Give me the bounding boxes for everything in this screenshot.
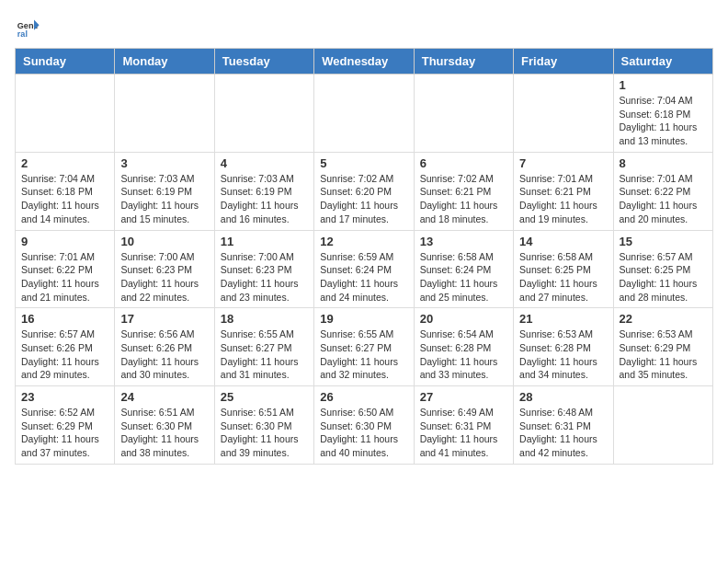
day-number: 27 bbox=[420, 390, 507, 404]
day-info: Sunrise: 6:52 AM Sunset: 6:29 PM Dayligh… bbox=[21, 406, 108, 460]
day-number: 20 bbox=[420, 312, 507, 326]
calendar-day-cell bbox=[514, 75, 613, 153]
day-number: 14 bbox=[519, 235, 607, 248]
calendar-day-cell: 6Sunrise: 7:02 AM Sunset: 6:21 PM Daylig… bbox=[414, 152, 513, 230]
calendar-day-cell bbox=[214, 75, 313, 153]
calendar-day-cell: 18Sunrise: 6:55 AM Sunset: 6:27 PM Dayli… bbox=[214, 308, 313, 386]
day-info: Sunrise: 6:58 AM Sunset: 6:24 PM Dayligh… bbox=[420, 250, 507, 304]
calendar-week-row: 16Sunrise: 6:57 AM Sunset: 6:26 PM Dayli… bbox=[16, 308, 713, 386]
calendar-day-cell: 2Sunrise: 7:04 AM Sunset: 6:18 PM Daylig… bbox=[16, 152, 115, 230]
day-info: Sunrise: 7:04 AM Sunset: 6:18 PM Dayligh… bbox=[21, 172, 108, 226]
calendar-day-cell: 3Sunrise: 7:03 AM Sunset: 6:19 PM Daylig… bbox=[115, 152, 214, 230]
calendar-day-cell: 27Sunrise: 6:49 AM Sunset: 6:31 PM Dayli… bbox=[414, 386, 513, 465]
calendar-day-cell: 21Sunrise: 6:53 AM Sunset: 6:28 PM Dayli… bbox=[514, 308, 613, 386]
calendar-day-cell: 8Sunrise: 7:01 AM Sunset: 6:22 PM Daylig… bbox=[613, 152, 712, 230]
day-info: Sunrise: 7:01 AM Sunset: 6:21 PM Dayligh… bbox=[519, 172, 607, 226]
day-of-week-header: Sunday bbox=[16, 49, 115, 75]
day-number: 15 bbox=[620, 235, 707, 248]
day-info: Sunrise: 6:50 AM Sunset: 6:30 PM Dayligh… bbox=[320, 406, 407, 460]
day-number: 3 bbox=[120, 156, 208, 170]
calendar-day-cell: 25Sunrise: 6:51 AM Sunset: 6:30 PM Dayli… bbox=[214, 386, 313, 465]
calendar-table: SundayMondayTuesdayWednesdayThursdayFrid… bbox=[15, 48, 713, 465]
calendar-day-cell: 28Sunrise: 6:48 AM Sunset: 6:31 PM Dayli… bbox=[514, 386, 613, 465]
day-number: 8 bbox=[620, 156, 707, 170]
calendar-week-row: 23Sunrise: 6:52 AM Sunset: 6:29 PM Dayli… bbox=[16, 386, 713, 465]
day-number: 2 bbox=[21, 156, 108, 170]
day-number: 10 bbox=[120, 235, 208, 248]
calendar-day-cell bbox=[613, 386, 712, 465]
day-info: Sunrise: 6:48 AM Sunset: 6:31 PM Dayligh… bbox=[519, 406, 607, 460]
day-number: 24 bbox=[120, 390, 208, 404]
calendar-day-cell: 5Sunrise: 7:02 AM Sunset: 6:20 PM Daylig… bbox=[314, 152, 414, 230]
calendar-day-cell: 26Sunrise: 6:50 AM Sunset: 6:30 PM Dayli… bbox=[314, 386, 414, 465]
day-info: Sunrise: 7:03 AM Sunset: 6:19 PM Dayligh… bbox=[120, 172, 208, 226]
calendar-day-cell: 15Sunrise: 6:57 AM Sunset: 6:25 PM Dayli… bbox=[613, 230, 712, 308]
day-info: Sunrise: 6:57 AM Sunset: 6:26 PM Dayligh… bbox=[21, 327, 108, 382]
calendar-day-cell: 23Sunrise: 6:52 AM Sunset: 6:29 PM Dayli… bbox=[16, 386, 115, 465]
day-number: 6 bbox=[420, 156, 507, 170]
day-number: 11 bbox=[221, 235, 308, 248]
day-info: Sunrise: 7:01 AM Sunset: 6:22 PM Dayligh… bbox=[21, 250, 108, 304]
day-number: 4 bbox=[221, 156, 308, 170]
logo-icon: Gene ral bbox=[15, 15, 40, 40]
day-info: Sunrise: 6:55 AM Sunset: 6:27 PM Dayligh… bbox=[320, 327, 407, 382]
calendar-day-cell: 19Sunrise: 6:55 AM Sunset: 6:27 PM Dayli… bbox=[314, 308, 414, 386]
day-number: 26 bbox=[320, 390, 407, 404]
calendar-day-cell bbox=[314, 75, 414, 153]
day-number: 19 bbox=[320, 312, 407, 326]
day-of-week-header: Saturday bbox=[613, 49, 712, 75]
day-number: 23 bbox=[21, 390, 108, 404]
calendar-day-cell: 9Sunrise: 7:01 AM Sunset: 6:22 PM Daylig… bbox=[16, 230, 115, 308]
day-info: Sunrise: 7:00 AM Sunset: 6:23 PM Dayligh… bbox=[120, 250, 208, 304]
day-of-week-header: Wednesday bbox=[314, 49, 414, 75]
day-number: 9 bbox=[21, 235, 108, 248]
day-info: Sunrise: 6:51 AM Sunset: 6:30 PM Dayligh… bbox=[120, 406, 208, 460]
page-header: Gene ral bbox=[15, 15, 713, 40]
day-number: 1 bbox=[620, 78, 707, 92]
day-info: Sunrise: 6:59 AM Sunset: 6:24 PM Dayligh… bbox=[320, 250, 407, 304]
day-number: 5 bbox=[320, 156, 407, 170]
day-number: 13 bbox=[420, 235, 507, 248]
calendar-day-cell: 13Sunrise: 6:58 AM Sunset: 6:24 PM Dayli… bbox=[414, 230, 513, 308]
day-number: 16 bbox=[21, 312, 108, 326]
day-of-week-header: Thursday bbox=[414, 49, 513, 75]
calendar-day-cell: 14Sunrise: 6:58 AM Sunset: 6:25 PM Dayli… bbox=[514, 230, 613, 308]
day-number: 17 bbox=[120, 312, 208, 326]
calendar-day-cell: 7Sunrise: 7:01 AM Sunset: 6:21 PM Daylig… bbox=[514, 152, 613, 230]
calendar-day-cell: 10Sunrise: 7:00 AM Sunset: 6:23 PM Dayli… bbox=[115, 230, 214, 308]
calendar-day-cell bbox=[115, 75, 214, 153]
day-info: Sunrise: 6:57 AM Sunset: 6:25 PM Dayligh… bbox=[620, 250, 707, 304]
day-info: Sunrise: 7:02 AM Sunset: 6:20 PM Dayligh… bbox=[320, 172, 407, 226]
calendar-day-cell: 12Sunrise: 6:59 AM Sunset: 6:24 PM Dayli… bbox=[314, 230, 414, 308]
day-info: Sunrise: 7:03 AM Sunset: 6:19 PM Dayligh… bbox=[221, 172, 308, 226]
day-info: Sunrise: 6:56 AM Sunset: 6:26 PM Dayligh… bbox=[120, 327, 208, 382]
day-info: Sunrise: 6:58 AM Sunset: 6:25 PM Dayligh… bbox=[519, 250, 607, 304]
calendar-day-cell: 24Sunrise: 6:51 AM Sunset: 6:30 PM Dayli… bbox=[115, 386, 214, 465]
day-number: 21 bbox=[519, 312, 607, 326]
calendar-week-row: 1Sunrise: 7:04 AM Sunset: 6:18 PM Daylig… bbox=[16, 75, 713, 153]
day-info: Sunrise: 6:53 AM Sunset: 6:29 PM Dayligh… bbox=[620, 327, 707, 382]
calendar-week-row: 2Sunrise: 7:04 AM Sunset: 6:18 PM Daylig… bbox=[16, 152, 713, 230]
svg-text:ral: ral bbox=[17, 29, 28, 39]
calendar-day-cell bbox=[414, 75, 513, 153]
calendar-day-cell: 17Sunrise: 6:56 AM Sunset: 6:26 PM Dayli… bbox=[115, 308, 214, 386]
day-info: Sunrise: 7:04 AM Sunset: 6:18 PM Dayligh… bbox=[620, 94, 707, 148]
day-number: 25 bbox=[221, 390, 308, 404]
calendar-week-row: 9Sunrise: 7:01 AM Sunset: 6:22 PM Daylig… bbox=[16, 230, 713, 308]
day-info: Sunrise: 6:54 AM Sunset: 6:28 PM Dayligh… bbox=[420, 327, 507, 382]
day-number: 28 bbox=[519, 390, 607, 404]
day-info: Sunrise: 6:51 AM Sunset: 6:30 PM Dayligh… bbox=[221, 406, 308, 460]
day-info: Sunrise: 7:01 AM Sunset: 6:22 PM Dayligh… bbox=[620, 172, 707, 226]
calendar-day-cell: 1Sunrise: 7:04 AM Sunset: 6:18 PM Daylig… bbox=[613, 75, 712, 153]
calendar-day-cell: 16Sunrise: 6:57 AM Sunset: 6:26 PM Dayli… bbox=[16, 308, 115, 386]
day-info: Sunrise: 6:55 AM Sunset: 6:27 PM Dayligh… bbox=[221, 327, 308, 382]
day-number: 18 bbox=[221, 312, 308, 326]
day-of-week-header: Tuesday bbox=[214, 49, 313, 75]
day-info: Sunrise: 6:53 AM Sunset: 6:28 PM Dayligh… bbox=[519, 327, 607, 382]
day-of-week-header: Friday bbox=[514, 49, 613, 75]
calendar-day-cell: 22Sunrise: 6:53 AM Sunset: 6:29 PM Dayli… bbox=[613, 308, 712, 386]
calendar-day-cell: 20Sunrise: 6:54 AM Sunset: 6:28 PM Dayli… bbox=[414, 308, 513, 386]
day-info: Sunrise: 6:49 AM Sunset: 6:31 PM Dayligh… bbox=[420, 406, 507, 460]
day-of-week-header: Monday bbox=[115, 49, 214, 75]
calendar-day-cell: 11Sunrise: 7:00 AM Sunset: 6:23 PM Dayli… bbox=[214, 230, 313, 308]
